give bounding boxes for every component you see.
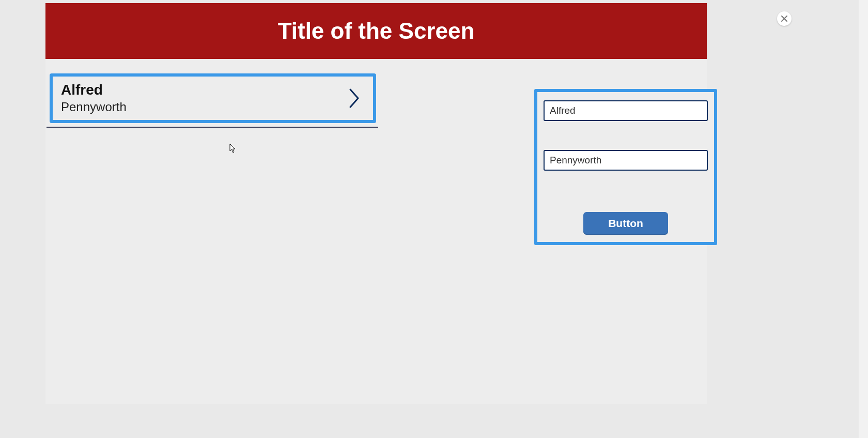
list-item-secondary-text: Pennyworth xyxy=(61,99,345,115)
person-list-item[interactable]: Alfred Pennyworth xyxy=(50,73,376,123)
last-name-input[interactable] xyxy=(544,150,708,171)
vertical-scrollbar[interactable] xyxy=(859,0,868,438)
list-item-text: Alfred Pennyworth xyxy=(61,81,345,115)
submit-button[interactable]: Button xyxy=(583,212,668,235)
list-divider xyxy=(47,127,378,128)
first-name-input[interactable] xyxy=(544,100,708,121)
screen-container: Title of the Screen Alfred Pennyworth Bu… xyxy=(45,3,707,404)
close-button[interactable] xyxy=(777,11,792,26)
content-area: Alfred Pennyworth Button xyxy=(45,59,707,73)
button-row: Button xyxy=(544,212,708,235)
title-bar: Title of the Screen xyxy=(45,3,707,59)
form-spacer xyxy=(544,121,708,150)
edit-form-panel: Button xyxy=(534,89,717,245)
list-item-primary-text: Alfred xyxy=(61,81,345,99)
close-icon xyxy=(781,16,787,22)
screen-title: Title of the Screen xyxy=(278,18,475,44)
chevron-right-icon xyxy=(345,86,364,111)
